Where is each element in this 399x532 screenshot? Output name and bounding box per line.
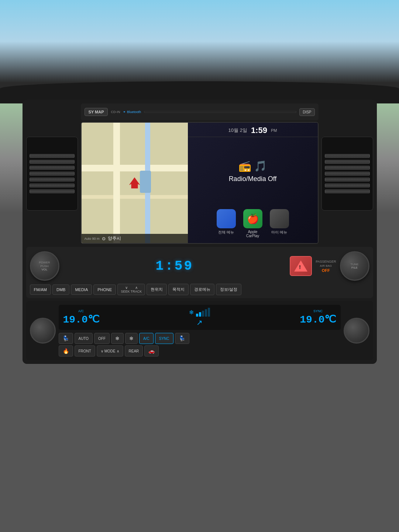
seek-track-button[interactable]: ∨∧ SEEK TRACK — [117, 284, 145, 295]
screen-time: 1:59 — [251, 126, 267, 135]
tune-label: TUNE — [351, 263, 359, 266]
media-icon: 📻 🎵 — [238, 160, 267, 172]
fan-icon: ❄ — [189, 309, 194, 316]
fm-am-button[interactable]: FM/AM — [30, 284, 51, 295]
power-push-label: POWERPUSH — [39, 261, 50, 268]
all-menu-app[interactable]: 전체 메뉴 — [217, 209, 236, 238]
sy-map-button[interactable]: SY MAP — [85, 108, 108, 116]
cd-in-label: CD-IN — [111, 110, 120, 114]
destination-button[interactable]: 목적지 — [168, 284, 189, 295]
left-air-vent — [26, 137, 78, 211]
dmb-button[interactable]: DMB — [52, 284, 69, 295]
cd-slot — [144, 111, 296, 113]
mode-button[interactable]: ∨ MODE ∧ — [97, 345, 123, 357]
heat-seat-left-button[interactable]: 💺 — [59, 333, 73, 344]
fan-down-button[interactable]: ❄ — [111, 333, 124, 344]
hazard-triangle-icon — [294, 260, 307, 272]
right-air-vent — [321, 137, 373, 211]
left-temp-display: 19.0℃ — [63, 313, 99, 325]
screen-ampm: PM — [271, 128, 277, 133]
info-settings-button[interactable]: 정보/설정 — [216, 284, 241, 295]
infotainment-screen: Auto 90 m ⊙ 양주시 10월 2일 1:59 PM 📻 — [81, 122, 319, 244]
phone-button[interactable]: PHONE — [93, 284, 116, 295]
sync-button[interactable]: SYNC — [155, 333, 173, 344]
tune-knob[interactable]: TUNE FILE — [340, 251, 369, 281]
all-menu-label: 전체 메뉴 — [218, 230, 234, 235]
ac-button[interactable]: A/C — [139, 333, 154, 344]
my-menu-label: 마이 메뉴 — [271, 230, 287, 235]
media-status: Radio/Media Off — [229, 175, 277, 183]
vol-label: VOL — [41, 268, 47, 271]
disp-button[interactable]: DISP — [299, 108, 314, 116]
file-label: FILE — [351, 266, 358, 269]
sync-indicator: SYNC — [313, 309, 323, 313]
front-defrost-button[interactable]: FRONT — [75, 345, 95, 357]
map-zoom: Auto 90 m — [85, 237, 100, 241]
carplay-label: Apple CarPlay — [246, 230, 259, 238]
airbag-label: AIR BAG — [320, 264, 332, 267]
current-location-button[interactable]: 현위치 — [147, 284, 167, 295]
route-menu-button[interactable]: 경로메뉴 — [190, 284, 214, 295]
fan-speed-bars — [196, 308, 210, 317]
heat-seat-right-button[interactable]: 💺 — [175, 333, 189, 344]
airbag-status: OFF — [322, 268, 330, 273]
fan-up-button[interactable]: ❄ — [125, 333, 138, 344]
right-temp-knob[interactable] — [344, 318, 369, 344]
seek-track-label: SEEK TRACK — [121, 290, 142, 293]
volume-knob[interactable]: POWERPUSH VOL — [30, 251, 59, 281]
passenger-label: PASSENGER — [316, 260, 336, 263]
bluetooth-label: ⚭ Bluetooth — [123, 110, 141, 114]
auto-button[interactable]: AUTO — [75, 333, 93, 344]
seek-arrows: ∨∧ — [125, 286, 138, 290]
left-temp-knob[interactable] — [30, 318, 56, 344]
ac-indicator-left: A/C — [78, 309, 84, 313]
off-button[interactable]: OFF — [94, 333, 110, 344]
screen-right-panel: 10월 2일 1:59 PM 📻 🎵 Radio/Media Off — [188, 123, 318, 243]
media-button[interactable]: MEDIA — [71, 284, 92, 295]
my-menu-app[interactable]: 마이 메뉴 — [270, 209, 289, 238]
seat-heat-button[interactable]: 🔥 — [59, 345, 73, 357]
time-display: 1:59 — [63, 259, 286, 274]
screen-date: 10월 2일 — [228, 127, 247, 134]
right-temp-display: 19.0℃ — [300, 313, 336, 325]
map-display[interactable]: Auto 90 m ⊙ 양주시 — [82, 123, 188, 243]
passenger-airbag-info: PASSENGER AIR BAG OFF — [316, 260, 336, 273]
carplay-app[interactable]: 🍎 Apple CarPlay — [243, 209, 262, 238]
rear-defrost-button[interactable]: REAR — [125, 345, 143, 357]
map-location: 양주시 — [108, 235, 121, 242]
airflow-icon: ↗ — [196, 318, 203, 327]
hazard-button[interactable] — [290, 256, 312, 276]
recirculate-button[interactable]: 🚗 — [144, 345, 159, 357]
